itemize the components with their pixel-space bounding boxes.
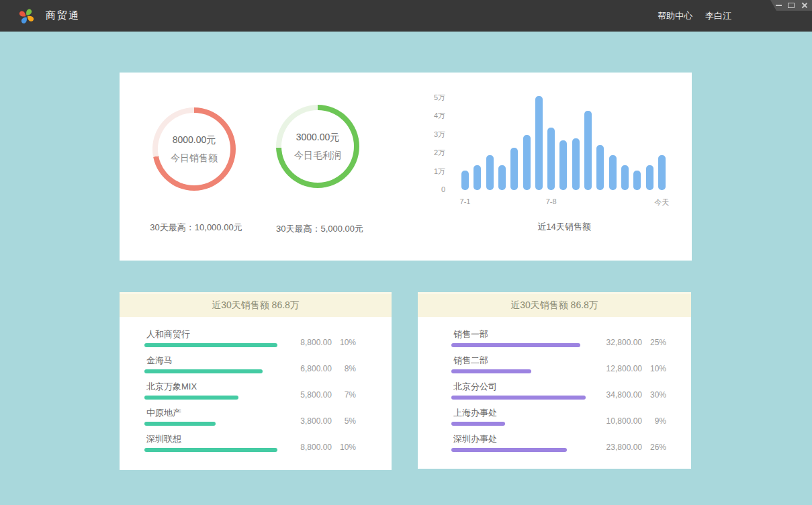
card-title: 近30天销售额 86.8万 — [120, 292, 392, 317]
sales-bar — [596, 145, 604, 190]
y-axis-label: 1万 — [418, 167, 445, 176]
rank-row-percent: 8% — [332, 364, 356, 373]
sales-bar — [658, 155, 666, 190]
rank-row-bar — [144, 369, 263, 373]
rank-row-values: 10,800.009% — [594, 416, 666, 426]
today-profit-donut-chart: 3000.00元 今日毛利润 — [276, 105, 359, 188]
x-axis-label: 今天 — [641, 197, 682, 208]
rank-row-amount: 32,800.00 — [594, 338, 642, 347]
sales-bar — [547, 128, 555, 190]
close-icon[interactable] — [801, 2, 807, 9]
rank-row-bar — [451, 448, 567, 452]
rank-row-bar — [144, 448, 277, 452]
bar-chart-title: 近14天销售额 — [461, 221, 667, 233]
rank-row-amount: 8,800.00 — [283, 338, 332, 347]
rank-row-bar — [144, 396, 238, 400]
minimize-icon[interactable] — [776, 5, 782, 6]
pinwheel-logo-icon — [17, 7, 36, 25]
rank-row: 销售一部32,800.0025% — [451, 328, 666, 355]
donut-center-text: 3000.00元 今日毛利润 — [276, 105, 359, 188]
rank-row-percent: 9% — [642, 416, 666, 426]
rank-row-bar — [451, 369, 531, 373]
overview-card: 8000.00元 今日销售额 30天最高：10,000.00元 3000.00元… — [120, 73, 692, 261]
rank-row-percent: 25% — [642, 338, 666, 347]
x-axis-label: 7-8 — [531, 197, 572, 205]
rank-row-bar — [144, 422, 216, 426]
department-sales-rank-card: 近30天销售额 86.8万 销售一部32,800.0025%销售二部12,800… — [418, 292, 691, 469]
rank-row-amount: 23,800.00 — [594, 443, 642, 452]
rank-row-amount: 8,800.00 — [283, 443, 332, 452]
customer-sales-rank-card: 近30天销售额 86.8万 人和商贸行8,800.0010%金海马6,800.0… — [120, 292, 392, 470]
today-sales-donut-chart: 8000.00元 今日销售额 — [152, 107, 236, 191]
rank-row-values: 6,800.008% — [283, 364, 356, 373]
rank-row-values: 5,800.007% — [283, 390, 356, 400]
rank-row-values: 8,800.0010% — [283, 338, 356, 347]
help-center-link[interactable]: 帮助中心 — [658, 10, 692, 22]
donut-center-text: 8000.00元 今日销售额 — [152, 107, 236, 191]
rank-row: 中原地产3,800.005% — [144, 407, 356, 433]
rank-row: 人和商贸行8,800.0010% — [144, 328, 356, 355]
rank-row-bar — [451, 396, 586, 400]
sales-bar — [535, 96, 543, 190]
rank-row-percent: 10% — [332, 443, 356, 452]
y-axis-label: 3万 — [418, 130, 445, 139]
app-window: 商贸通 帮助中心 李白江 8000.00元 今日销售额 30天最高：10,000… — [0, 0, 812, 505]
rank-row-amount: 5,800.00 — [283, 390, 332, 400]
sales-bar — [486, 155, 494, 190]
rank-row-percent: 10% — [332, 338, 356, 347]
rank-row-percent: 7% — [332, 390, 356, 400]
sales-bar-chart — [461, 91, 667, 190]
x-axis-label: 7-1 — [445, 197, 486, 205]
today-sales-value: 8000.00元 — [173, 131, 216, 149]
y-axis-label: 5万 — [418, 93, 445, 102]
sales-bar — [473, 165, 481, 190]
today-profit-value: 3000.00元 — [296, 128, 340, 146]
today-profit-label: 今日毛利润 — [294, 146, 341, 165]
rank-row-bar — [451, 343, 580, 347]
rank-row: 金海马6,800.008% — [144, 355, 356, 381]
rank-row: 深圳办事处23,800.0026% — [451, 433, 666, 459]
sales-bar — [523, 135, 531, 190]
profit-30day-max: 30天最高：5,000.00元 — [253, 223, 387, 235]
rank-row: 上海办事处10,800.009% — [451, 407, 666, 433]
rank-row-amount: 34,800.00 — [594, 390, 642, 400]
maximize-icon[interactable] — [788, 3, 795, 8]
card-body: 人和商贸行8,800.0010%金海马6,800.008%北京万象MIX5,80… — [120, 317, 392, 459]
card-title: 近30天销售额 86.8万 — [418, 292, 691, 317]
sales-bar — [584, 111, 592, 190]
rank-row: 北京万象MIX5,800.007% — [144, 381, 356, 407]
sales-bar — [498, 165, 506, 190]
sales-bar — [646, 165, 653, 190]
card-body: 销售一部32,800.0025%销售二部12,800.0010%北京分公司34,… — [418, 317, 691, 459]
rank-row-amount: 3,800.00 — [283, 416, 332, 426]
y-axis-label: 2万 — [418, 148, 445, 157]
y-axis-label: 0 — [418, 185, 445, 194]
rank-row-amount: 12,800.00 — [594, 364, 642, 373]
sales-bar — [609, 155, 617, 190]
rank-row-values: 34,800.0030% — [594, 390, 666, 400]
rank-row-percent: 26% — [642, 443, 666, 452]
app-title: 商贸通 — [46, 0, 80, 32]
sales-bar — [572, 138, 580, 190]
username-link[interactable]: 李白江 — [705, 10, 731, 22]
rank-row-percent: 5% — [332, 416, 356, 426]
titlebar: 商贸通 帮助中心 李白江 — [0, 0, 812, 32]
rank-row-values: 12,800.0010% — [594, 364, 666, 373]
rank-row: 深圳联想8,800.0010% — [144, 433, 356, 459]
rank-row-values: 23,800.0026% — [594, 443, 666, 452]
titlebar-links: 帮助中心 李白江 — [658, 0, 731, 32]
rank-row-amount: 6,800.00 — [283, 364, 332, 373]
rank-row: 销售二部12,800.0010% — [451, 355, 666, 381]
rank-row-values: 8,800.0010% — [283, 443, 356, 452]
sales-bar — [461, 171, 469, 190]
sales-bar — [633, 171, 641, 190]
rank-row: 北京分公司34,800.0030% — [451, 381, 666, 407]
sales-bar — [510, 148, 518, 190]
rank-row-bar — [451, 422, 505, 426]
rank-row-percent: 30% — [642, 390, 666, 400]
rank-row-amount: 10,800.00 — [594, 416, 642, 426]
sales-bar — [559, 140, 567, 190]
rank-row-values: 32,800.0025% — [594, 338, 666, 347]
rank-row-percent: 10% — [642, 364, 666, 373]
rank-row-values: 3,800.005% — [283, 416, 356, 426]
